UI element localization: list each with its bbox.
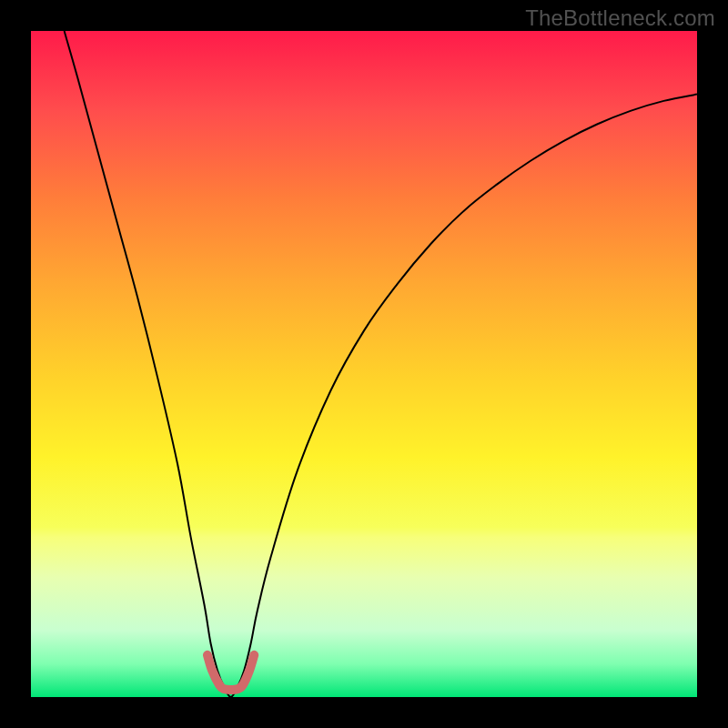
chart-plot-area: [31, 31, 697, 697]
bottleneck-chart: [31, 31, 697, 697]
bottleneck-curve-path: [65, 31, 697, 697]
brand-watermark: TheBottleneck.com: [525, 5, 715, 31]
